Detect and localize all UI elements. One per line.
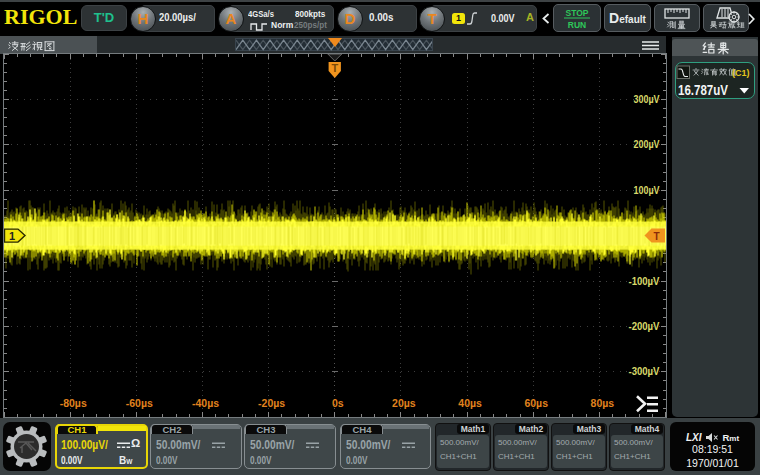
svg-text:0s: 0s bbox=[331, 397, 343, 409]
svg-text:STOP: STOP bbox=[566, 8, 589, 18]
svg-text:T: T bbox=[331, 62, 338, 74]
svg-text:80µs: 80µs bbox=[590, 397, 614, 409]
svg-text:T: T bbox=[653, 231, 659, 242]
svg-text:-40µs: -40µs bbox=[191, 397, 218, 409]
svg-text:RUN: RUN bbox=[568, 20, 586, 30]
svg-text:-80µs: -80µs bbox=[59, 397, 86, 409]
svg-text:16.787uV: 16.787uV bbox=[678, 81, 728, 97]
svg-text:-300µV: -300µV bbox=[628, 365, 659, 377]
svg-text:60µs: 60µs bbox=[524, 397, 548, 409]
svg-text:300µV: 300µV bbox=[633, 93, 659, 105]
svg-text:-20µs: -20µs bbox=[258, 397, 285, 409]
svg-text:40µs: 40µs bbox=[458, 397, 482, 409]
svg-text:(C1): (C1) bbox=[732, 68, 750, 78]
svg-text:-100µV: -100µV bbox=[628, 275, 659, 287]
svg-text:-200µV: -200µV bbox=[628, 320, 659, 332]
svg-text:1: 1 bbox=[8, 230, 14, 242]
svg-text:20µs: 20µs bbox=[392, 397, 416, 409]
svg-text:200µV: 200µV bbox=[633, 138, 659, 150]
svg-text:-60µs: -60µs bbox=[125, 397, 152, 409]
svg-text:100µV: 100µV bbox=[633, 184, 659, 196]
